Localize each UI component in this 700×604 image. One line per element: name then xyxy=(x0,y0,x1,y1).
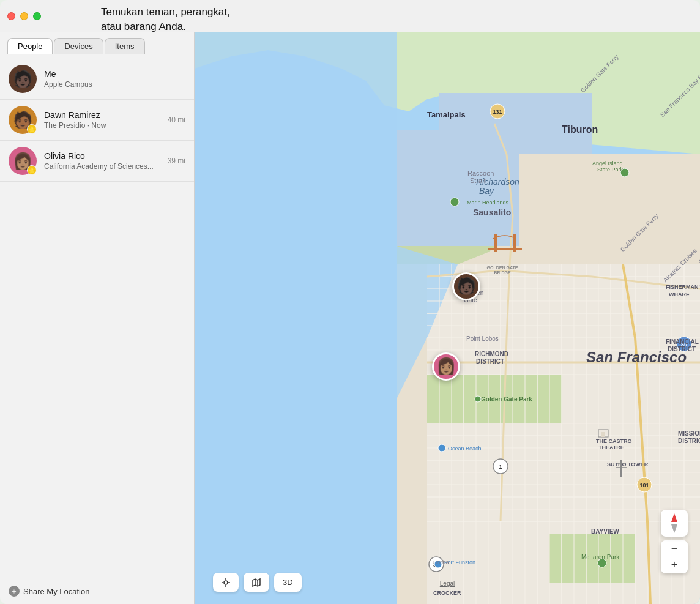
svg-text:Sausalito: Sausalito xyxy=(473,207,511,217)
person-item-dawn[interactable]: 🧑🏾 ⭐ Dawn Ramirez The Presidio · Now 40 … xyxy=(0,100,194,141)
svg-text:1: 1 xyxy=(499,464,502,470)
avatar-me: 🧑🏿 xyxy=(9,65,37,93)
app-window: Temukan teman, perangkat, atau barang An… xyxy=(0,0,700,604)
svg-text:THEATRE: THEATRE xyxy=(598,444,624,450)
zoom-control: − + xyxy=(661,540,688,573)
location-button[interactable] xyxy=(213,573,239,592)
avatar-container-me: 🧑🏿 xyxy=(9,65,37,93)
svg-text:Tiburon: Tiburon xyxy=(562,124,598,135)
map-bottom-controls: 3D xyxy=(213,573,302,592)
person-item-olivia[interactable]: 👩🏽 ⭐ Olivia Rico California Academy of S… xyxy=(0,141,194,182)
person-info-dawn: Dawn Ramirez The Presidio · Now xyxy=(44,110,168,130)
svg-point-61 xyxy=(438,444,445,452)
svg-text:131: 131 xyxy=(493,109,502,115)
svg-text:101: 101 xyxy=(639,482,649,488)
close-button[interactable] xyxy=(7,12,15,20)
person-name-olivia: Olivia Rico xyxy=(44,151,168,161)
map-svg: 101 131 80 1 35 GOLDEN GATE BR xyxy=(195,32,700,604)
svg-text:DISTRICT: DISTRICT xyxy=(668,346,696,352)
person-location-olivia: California Academy of Sciences... xyxy=(44,162,168,171)
person-location-me: Apple Campus xyxy=(44,80,185,89)
zoom-minus-button[interactable]: − xyxy=(661,540,688,557)
share-location-bar[interactable]: ＋ Share My Location xyxy=(0,578,194,604)
minimize-button[interactable] xyxy=(20,12,28,20)
map-controls: N − + xyxy=(661,510,688,573)
svg-text:DISTRICT: DISTRICT xyxy=(476,358,504,365)
svg-text:McLaren Park: McLaren Park xyxy=(581,554,620,561)
3d-button[interactable]: 3D xyxy=(274,573,302,592)
svg-point-105 xyxy=(224,581,228,584)
tabs-bar: People Devices Items xyxy=(0,32,194,54)
svg-text:Bay: Bay xyxy=(479,186,494,196)
main-content: People Devices Items 🧑🏿 Me Apple Campus xyxy=(0,32,700,604)
compass-n-label: N xyxy=(672,517,676,523)
traffic-lights xyxy=(7,12,41,20)
svg-text:Strait: Strait xyxy=(470,177,486,184)
svg-text:FISHERMAN'S: FISHERMAN'S xyxy=(666,284,700,290)
share-location-text: Share My Location xyxy=(23,587,89,596)
person-item-me[interactable]: 🧑🏿 Me Apple Campus xyxy=(0,59,194,100)
zoom-plus-button[interactable]: + xyxy=(661,557,688,574)
svg-text:DISTRICT: DISTRICT xyxy=(678,438,700,444)
tab-items[interactable]: Items xyxy=(105,38,145,54)
svg-text:Fort Funston: Fort Funston xyxy=(444,559,475,565)
svg-text:GOLDEN GATE: GOLDEN GATE xyxy=(487,266,518,270)
svg-text:THE CASTRO: THE CASTRO xyxy=(596,438,632,444)
svg-point-91 xyxy=(475,396,481,402)
star-badge-dawn: ⭐ xyxy=(27,124,37,134)
avatar-container-dawn: 🧑🏾 ⭐ xyxy=(9,106,37,134)
compass: N xyxy=(663,512,685,534)
svg-text:Tamalpais: Tamalpais xyxy=(427,110,466,119)
svg-text:MISSION: MISSION xyxy=(678,430,700,437)
svg-text:Raccoon: Raccoon xyxy=(467,170,494,177)
person-location-dawn: The Presidio · Now xyxy=(44,121,168,130)
person-name-me: Me xyxy=(44,69,185,79)
avatar-container-olivia: 👩🏽 ⭐ xyxy=(9,147,37,175)
people-list: 🧑🏿 Me Apple Campus 🧑🏾 ⭐ Dawn Ramirez xyxy=(0,54,194,578)
svg-text:Golden Gate Park: Golden Gate Park xyxy=(481,396,532,403)
svg-text:Point Lobos: Point Lobos xyxy=(466,335,499,342)
svg-text:Bonita: Bonita xyxy=(433,559,449,565)
svg-text:FINANCIAL: FINANCIAL xyxy=(666,338,699,345)
map-area[interactable]: 101 131 80 1 35 GOLDEN GATE BR xyxy=(195,32,700,604)
tab-devices[interactable]: Devices xyxy=(54,38,103,54)
title-bar xyxy=(0,0,700,32)
compass-control[interactable]: N xyxy=(661,510,688,537)
map-pin-me[interactable]: 🧑🏿 xyxy=(452,272,480,300)
compass-south-arrow xyxy=(671,524,677,533)
star-badge-olivia: ⭐ xyxy=(27,165,37,175)
svg-text:Marin Headlands: Marin Headlands xyxy=(467,199,509,206)
legal-text[interactable]: Legal xyxy=(440,580,455,587)
sidebar: People Devices Items 🧑🏿 Me Apple Campus xyxy=(0,32,195,604)
svg-text:State Park: State Park xyxy=(597,166,624,173)
svg-text:RICHMOND: RICHMOND xyxy=(475,351,508,357)
svg-text:Ocean Beach: Ocean Beach xyxy=(448,446,482,452)
maximize-button[interactable] xyxy=(33,12,41,20)
person-distance-dawn: 40 mi xyxy=(168,116,185,124)
person-info-me: Me Apple Campus xyxy=(44,69,185,89)
svg-text:Angel Island: Angel Island xyxy=(592,160,623,166)
share-location-icon: ＋ xyxy=(9,586,20,597)
svg-text:SUTRO TOWER: SUTRO TOWER xyxy=(607,461,649,468)
map-pin-olivia[interactable]: 👩🏽 xyxy=(432,352,460,381)
person-distance-olivia: 39 mi xyxy=(168,157,185,165)
svg-point-54 xyxy=(450,198,459,206)
person-name-dawn: Dawn Ramirez xyxy=(44,110,168,120)
svg-text:CROCKER: CROCKER xyxy=(433,590,461,596)
svg-text:WHARF: WHARF xyxy=(669,291,690,297)
map-type-button[interactable] xyxy=(244,573,269,592)
person-info-olivia: Olivia Rico California Academy of Scienc… xyxy=(44,151,168,171)
svg-text:BAYVIEW: BAYVIEW xyxy=(591,528,619,535)
tab-people[interactable]: People xyxy=(7,38,53,54)
svg-text:BRIDGE: BRIDGE xyxy=(494,270,511,275)
svg-rect-104 xyxy=(601,432,605,437)
